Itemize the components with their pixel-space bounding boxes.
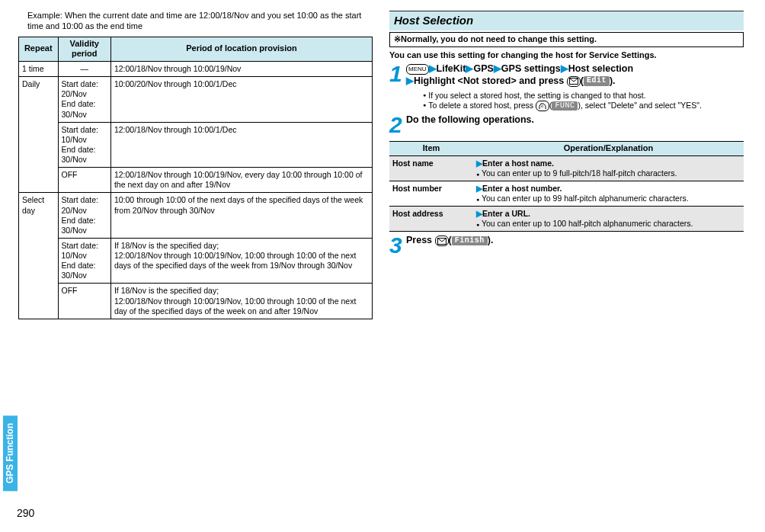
- provision-table: Repeat Validity period Period of locatio…: [18, 37, 373, 319]
- step-body: Do the following operations.: [406, 114, 744, 135]
- bullet: If you select a stored host, the setting…: [423, 91, 744, 101]
- finish-pill: Finish: [452, 236, 488, 246]
- table-row: OFF If 18/Nov is the specified day; 12:0…: [19, 284, 373, 319]
- table-row: Start date: 10/Nov End date: 30/Nov If 1…: [19, 238, 373, 284]
- left-column: Example: When the current date and time …: [18, 11, 373, 319]
- step-number: 2: [389, 114, 406, 135]
- right-column: Host Selection ※Normally, you do not nee…: [389, 11, 744, 319]
- section-heading: Host Selection: [389, 11, 744, 30]
- mail-key-icon: [435, 236, 449, 246]
- intro-text: You can use this setting for changing th…: [389, 50, 744, 61]
- example-text: Example: When the current date and time …: [27, 11, 373, 32]
- edit-pill: Edit: [584, 76, 610, 86]
- table-row: Host name ▶Enter a host name.● You can e…: [389, 155, 744, 181]
- step-number: 3: [389, 235, 406, 255]
- table-row: 1 time — 12:00/18/Nov through 10:00/19/N…: [19, 62, 373, 77]
- table-row: Host address ▶Enter a URL.● You can ente…: [389, 207, 744, 232]
- step-3: 3 Press (Finish).: [389, 235, 744, 255]
- step-number: 1: [389, 63, 406, 111]
- col-item: Item: [389, 141, 473, 155]
- step-2: 2 Do the following operations.: [389, 114, 744, 135]
- side-tab: GPS Function: [3, 415, 18, 491]
- step-body: MENU▶LifeKit▶GPS▶GPS settings▶Host selec…: [406, 63, 744, 111]
- page-number: 290: [17, 507, 34, 521]
- mail-key-icon: [567, 76, 581, 87]
- table-row: Select day Start date: 20/Nov End date: …: [19, 193, 373, 239]
- col-repeat: Repeat: [19, 37, 59, 62]
- step-1: 1 MENU▶LifeKit▶GPS▶GPS settings▶Host sel…: [389, 63, 744, 111]
- col-period: Period of location provision: [110, 37, 372, 62]
- table-row: OFF 12:00/18/Nov through 10:00/19/Nov, e…: [19, 168, 373, 193]
- table-row: Host number ▶Enter a host number.● You c…: [389, 181, 744, 206]
- svg-text:α: α: [541, 104, 543, 108]
- menu-key-icon: MENU: [406, 64, 429, 75]
- col-op: Operation/Explanation: [473, 141, 744, 155]
- table-row: Daily Start date: 20/Nov End date: 30/No…: [19, 77, 373, 123]
- bullet: To delete a stored host, press α(FUNC), …: [423, 101, 744, 111]
- col-validity: Validity period: [58, 37, 110, 62]
- ir-key-icon: α: [536, 101, 549, 111]
- table-row: Start date: 10/Nov End date: 30/Nov 12:0…: [19, 122, 373, 168]
- note-box: ※Normally, you do not need to change thi…: [389, 32, 744, 47]
- operations-table: Item Operation/Explanation Host name ▶En…: [389, 141, 744, 232]
- func-pill: FUNC: [552, 101, 578, 111]
- step-body: Press (Finish).: [406, 235, 744, 255]
